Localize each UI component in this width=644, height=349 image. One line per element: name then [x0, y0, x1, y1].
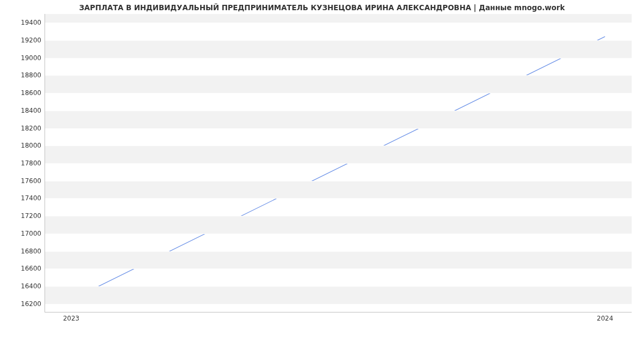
- grid-line: [45, 304, 632, 304]
- grid-line: [45, 198, 632, 199]
- y-tick-label: 17400: [9, 194, 41, 202]
- y-tick-label: 19200: [9, 37, 41, 44]
- y-tick-label: 17600: [9, 177, 41, 185]
- grid-line: [45, 58, 632, 59]
- grid-band: [45, 111, 632, 128]
- grid-band: [45, 286, 632, 304]
- y-tick-label: 18800: [9, 71, 41, 79]
- grid-line: [45, 268, 632, 269]
- y-tick-label: 17800: [9, 159, 41, 167]
- y-tick-label: 18400: [9, 107, 41, 114]
- y-tick-label: 16600: [9, 265, 41, 272]
- y-tick-label: 16800: [9, 248, 41, 255]
- grid-line: [45, 40, 632, 41]
- y-tick-label: 17200: [9, 212, 41, 220]
- x-tick-label: 2023: [63, 315, 79, 322]
- y-tick-label: 18200: [9, 125, 41, 132]
- grid-band: [45, 40, 632, 58]
- grid-line: [45, 93, 632, 93]
- chart-container: ЗАРПЛАТА В ИНДИВИДУАЛЬНЫЙ ПРЕДПРИНИМАТЕЛ…: [0, 0, 644, 349]
- y-tick-label: 17000: [9, 230, 41, 237]
- grid-band: [45, 14, 632, 23]
- grid-line: [45, 146, 632, 146]
- grid-line: [45, 216, 632, 216]
- x-tick-label: 2024: [597, 315, 613, 322]
- grid-line: [45, 23, 632, 23]
- grid-band: [45, 251, 632, 269]
- grid-band: [45, 146, 632, 163]
- grid-line: [45, 251, 632, 252]
- grid-line: [45, 286, 632, 287]
- grid-line: [45, 111, 632, 111]
- grid-line: [45, 75, 632, 76]
- grid-band: [45, 75, 632, 93]
- y-tick-label: 19400: [9, 19, 41, 26]
- y-tick-label: 18000: [9, 142, 41, 149]
- grid-line: [45, 163, 632, 164]
- grid-line: [45, 234, 632, 234]
- grid-band: [45, 216, 632, 234]
- grid-line: [45, 128, 632, 129]
- y-tick-label: 16200: [9, 300, 41, 308]
- chart-title: ЗАРПЛАТА В ИНДИВИДУАЛЬНЫЙ ПРЕДПРИНИМАТЕЛ…: [0, 3, 644, 12]
- y-tick-label: 19000: [9, 54, 41, 62]
- grid-band: [45, 181, 632, 199]
- y-tick-label: 16400: [9, 282, 41, 290]
- grid-line: [45, 181, 632, 181]
- y-tick-label: 18600: [9, 89, 41, 97]
- plot-area: [45, 14, 632, 312]
